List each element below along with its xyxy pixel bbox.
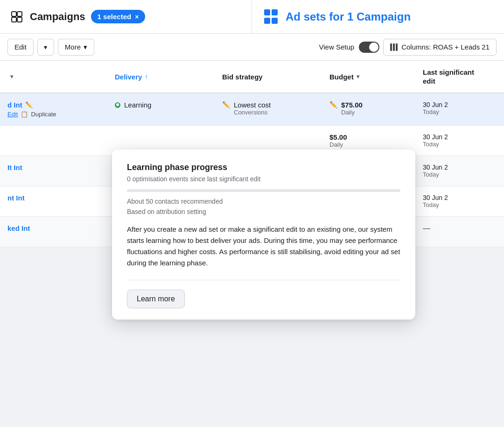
popup-subtitle: 0 optimisation events since last signifi… bbox=[127, 175, 400, 183]
popup-recommendation-2: Based on attribution setting bbox=[127, 208, 400, 215]
learning-phase-popup: Learning phase progress 0 optimisation e… bbox=[112, 149, 415, 320]
popup-progress-bar-bg bbox=[127, 189, 400, 192]
popup-title: Learning phase progress bbox=[127, 163, 400, 172]
popup-recommendation-1: About 50 contacts recommended bbox=[127, 198, 400, 205]
learn-more-button[interactable]: Learn more bbox=[127, 290, 185, 308]
popup-divider bbox=[127, 280, 400, 280]
popup-body-text: After you create a new ad set or make a … bbox=[127, 224, 400, 269]
popup-overlay: Learning phase progress 0 optimisation e… bbox=[0, 0, 504, 427]
